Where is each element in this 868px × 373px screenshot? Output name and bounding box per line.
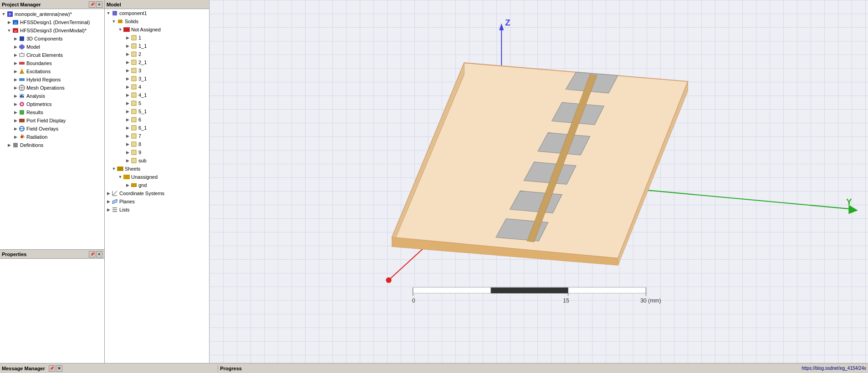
pm-pin-button[interactable]: 📌 — [89, 1, 95, 8]
tree-s2_1[interactable]: ▶ 2_1 — [105, 58, 209, 66]
svg-rect-53 — [131, 183, 137, 187]
expand-mesh[interactable]: ▶ — [13, 85, 18, 91]
props-close-button[interactable]: ✕ — [96, 251, 102, 257]
expand-portfield[interactable]: ▶ — [13, 118, 18, 123]
results-icon — [18, 109, 26, 116]
tree-s3[interactable]: ▶ 3 — [105, 66, 209, 75]
monopole-label: monopole_antenna(new)* — [15, 11, 72, 17]
s2_1-label: 2_1 — [138, 60, 147, 65]
tree-item-fieldoverlays[interactable]: ▶ Field Overlays — [0, 125, 104, 133]
tree-item-hybrid[interactable]: ▶ Hybrid Regions — [0, 76, 104, 84]
svg-rect-52 — [123, 175, 130, 179]
tree-lists[interactable]: ▶ Lists — [105, 206, 209, 214]
gnd-label: gnd — [138, 182, 147, 188]
bottom-bar: Message Manager 📌 ✕ Progress https://blo… — [0, 363, 868, 373]
svg-rect-30 — [13, 143, 18, 147]
tree-s1[interactable]: ▶ 1 — [105, 34, 209, 42]
expand-boundaries[interactable]: ▶ — [13, 60, 18, 66]
tree-item-optimetrics[interactable]: ▶ Optimetrics — [0, 100, 104, 108]
model-tree-panel: Model ▼ component1 ▼ Solids — [105, 0, 209, 363]
notassigned-label: Not Assigned — [131, 27, 161, 32]
tree-item-radiation[interactable]: ▶ Radiation — [0, 133, 104, 141]
tree-s6[interactable]: ▶ 6 — [105, 116, 209, 124]
tree-s8[interactable]: ▶ 8 — [105, 140, 209, 148]
tree-item-excitations[interactable]: ▶ Excitations — [0, 67, 104, 76]
tree-item-boundaries[interactable]: ▶ Boundaries — [0, 59, 104, 67]
msg-pin-button[interactable]: 📌 — [49, 365, 55, 372]
s6-label: 6 — [138, 117, 141, 122]
pm-close-button[interactable]: ✕ — [96, 1, 102, 8]
expand-radiation[interactable]: ▶ — [13, 134, 18, 140]
tree-sheets[interactable]: ▼ Sheets — [105, 165, 209, 173]
model-tree-title: Model — [107, 2, 121, 7]
svg-rect-49 — [132, 158, 136, 163]
expand-optimetrics[interactable]: ▶ — [13, 101, 18, 107]
expand-analysis[interactable]: ▶ — [13, 93, 18, 99]
tree-item-portfield[interactable]: ▶ Port Field Display — [0, 116, 104, 125]
tree-s4_1[interactable]: ▶ 4_1 — [105, 91, 209, 99]
expand-model[interactable]: ▶ — [13, 44, 18, 50]
msg-close-button[interactable]: ✕ — [56, 365, 62, 372]
s1-label: 1 — [138, 35, 141, 40]
tree-coordsystems[interactable]: ▶ Coordinate Systems — [105, 189, 209, 197]
expand-excitations[interactable]: ▶ — [13, 69, 18, 74]
tree-planes[interactable]: ▶ Planes — [105, 197, 209, 206]
tree-item-results[interactable]: ▶ Results — [0, 108, 104, 116]
expand-monopole[interactable]: ▼ — [1, 11, 6, 17]
expand-definitions[interactable]: ▶ — [6, 142, 12, 148]
analysis-label: Analysis — [26, 93, 45, 99]
3dcomp-icon — [18, 35, 26, 42]
tree-notassigned[interactable]: ▼ Not Assigned — [105, 25, 209, 34]
message-manager-label: Message Manager — [2, 366, 45, 371]
tree-item-3dcomp[interactable]: ▶ 3D Components — [0, 35, 104, 43]
svg-rect-51 — [117, 167, 123, 171]
tree-s1_1[interactable]: ▶ 1_1 — [105, 42, 209, 50]
tree-unassigned[interactable]: ▼ Unassigned — [105, 173, 209, 181]
tree-item-model[interactable]: ▶ Model — [0, 43, 104, 51]
svg-marker-11 — [20, 69, 24, 74]
tree-s9[interactable]: ▶ 9 — [105, 148, 209, 156]
tree-item-analysis[interactable]: ▶ Analysis — [0, 92, 104, 100]
svg-rect-41 — [132, 93, 136, 97]
tree-solids[interactable]: ▼ Solids — [105, 17, 209, 25]
tree-sub[interactable]: ▶ sub — [105, 156, 209, 165]
expand-circuit[interactable]: ▶ — [13, 52, 18, 58]
tree-item-circuit[interactable]: ▶ Circuit Elements — [0, 51, 104, 59]
tree-s2[interactable]: ▶ 2 — [105, 50, 209, 58]
expand-3dcomp[interactable]: ▶ — [13, 36, 18, 41]
tree-s5[interactable]: ▶ 5 — [105, 99, 209, 107]
tree-s7[interactable]: ▶ 7 — [105, 132, 209, 140]
expand-hfss1[interactable]: ▶ — [6, 20, 12, 25]
s7-label: 7 — [138, 133, 141, 139]
z-axis-arrow — [499, 23, 504, 30]
hfss1-icon: H — [12, 19, 19, 26]
tree-s3_1[interactable]: ▶ 3_1 — [105, 75, 209, 83]
progress-label: Progress — [220, 366, 242, 371]
svg-rect-59 — [112, 209, 117, 210]
viewport[interactable]: Z Y — [209, 0, 868, 363]
tree-component1[interactable]: ▼ component1 — [105, 9, 209, 17]
tree-item-hfss3[interactable]: ▼ H HFSSDesign3 (DrivenModal)* — [0, 26, 104, 35]
tree-item-mesh[interactable]: ▶ Mesh Operations — [0, 84, 104, 92]
coordsystems-label: Coordinate Systems — [119, 191, 164, 196]
expand-results[interactable]: ▶ — [13, 110, 18, 115]
expand-hfss3[interactable]: ▼ — [6, 28, 12, 33]
tree-item-monopole[interactable]: ▼ P monopole_antenna(new)* — [0, 10, 104, 18]
expand-hybrid[interactable]: ▶ — [13, 77, 18, 82]
solids-label: Solids — [125, 19, 138, 24]
y-axis-label: Y — [846, 197, 852, 207]
svg-rect-32 — [118, 20, 123, 23]
tree-gnd[interactable]: ▶ gnd — [105, 181, 209, 189]
tree-s6_1[interactable]: ▶ 6_1 — [105, 124, 209, 132]
svg-rect-8 — [20, 54, 24, 56]
radiation-icon — [18, 133, 26, 141]
tree-item-definitions[interactable]: ▶ Definitions — [0, 141, 104, 149]
tree-item-hfss1[interactable]: ▶ H HFSSDesign1 (DrivenTerminal) — [0, 18, 104, 26]
tree-s4[interactable]: ▶ 4 — [105, 83, 209, 91]
expand-fieldoverlays[interactable]: ▶ — [13, 126, 18, 131]
props-pin-button[interactable]: 📌 — [89, 251, 95, 257]
progress-panel: Progress — [218, 366, 436, 371]
scale-label-15: 15 — [563, 297, 569, 304]
svg-marker-7 — [19, 44, 25, 50]
tree-s5_1[interactable]: ▶ 5_1 — [105, 107, 209, 116]
